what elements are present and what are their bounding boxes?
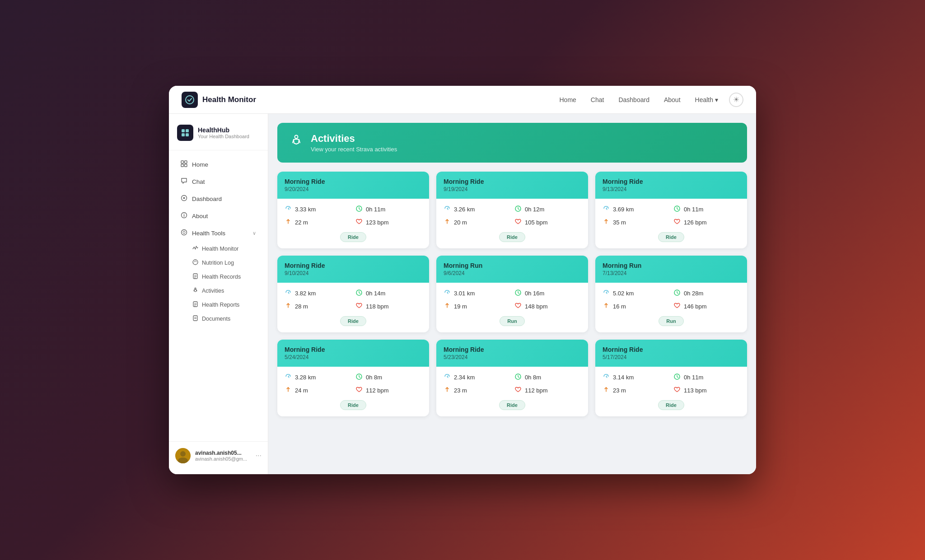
sidebar-user-email: avinash.anish05@gm... xyxy=(195,456,251,462)
svg-point-10 xyxy=(183,197,185,199)
activity-time: 0h 11m xyxy=(673,205,740,214)
activity-date: 7/13/2024 xyxy=(603,270,740,276)
sidebar-brand: HealthHub Your Health Dashboard xyxy=(169,121,268,150)
activity-title: Morning Ride xyxy=(444,178,581,185)
activity-elevation: 16 m xyxy=(603,302,669,311)
heart-icon xyxy=(673,302,681,311)
activities-banner-icon xyxy=(290,134,304,151)
activity-bpm: 118 bpm xyxy=(355,302,422,311)
activity-date: 9/6/2024 xyxy=(444,270,581,276)
activity-distance: 3.69 km xyxy=(603,205,669,214)
sidebar-item-chat[interactable]: Chat xyxy=(173,173,264,190)
elevation-icon xyxy=(603,386,610,395)
activity-type-badge: Ride xyxy=(340,232,366,242)
theme-toggle-button[interactable]: ☀ xyxy=(729,93,743,107)
activity-card[interactable]: Morning Run 9/6/2024 3.01 km xyxy=(436,256,588,332)
activities-title: Activities xyxy=(311,133,397,145)
activity-type-badge: Ride xyxy=(658,400,684,410)
sidebar-item-health-reports[interactable]: Health Reports xyxy=(182,298,264,312)
activity-card[interactable]: Morning Ride 9/19/2024 3.26 km xyxy=(436,172,588,248)
activity-title: Morning Ride xyxy=(285,262,422,269)
activity-time: 0h 11m xyxy=(355,205,422,214)
time-icon xyxy=(355,205,363,214)
app-window: Health Monitor Home Chat Dashboard About… xyxy=(169,86,756,474)
about-icon xyxy=(181,212,187,220)
health-reports-icon xyxy=(192,301,198,308)
activity-elevation: 23 m xyxy=(444,386,510,395)
activity-card[interactable]: Morning Ride 5/24/2024 3.28 km xyxy=(277,340,429,416)
elevation-icon xyxy=(285,386,292,395)
activity-title: Morning Ride xyxy=(603,178,740,185)
sidebar-item-documents[interactable]: Documents xyxy=(182,312,264,326)
sidebar-more-button[interactable]: ··· xyxy=(256,452,262,460)
svg-rect-5 xyxy=(181,161,184,163)
heart-icon xyxy=(355,386,363,395)
activity-title: Morning Ride xyxy=(285,346,422,353)
nav-about[interactable]: About xyxy=(664,96,681,103)
activity-card[interactable]: Morning Ride 5/17/2024 3.14 km xyxy=(595,340,747,416)
distance-icon xyxy=(603,289,610,298)
activity-date: 9/19/2024 xyxy=(444,186,581,192)
sidebar-brand-icon xyxy=(177,125,193,141)
time-icon xyxy=(514,373,522,382)
activity-date: 9/13/2024 xyxy=(603,186,740,192)
sidebar-item-nutrition-log[interactable]: Nutrition Log xyxy=(182,256,264,270)
nav-dashboard[interactable]: Dashboard xyxy=(618,96,649,103)
heart-icon xyxy=(514,218,522,227)
activity-type-badge: Run xyxy=(500,316,524,326)
distance-icon xyxy=(285,205,292,214)
activity-elevation: 35 m xyxy=(603,218,669,227)
svg-rect-8 xyxy=(185,164,187,167)
time-icon xyxy=(514,205,522,214)
activity-card[interactable]: Morning Ride 9/13/2024 3.69 km xyxy=(595,172,747,248)
sidebar: HealthHub Your Health Dashboard Home Cha… xyxy=(169,114,268,474)
heart-icon xyxy=(514,386,522,395)
activity-type-badge: Ride xyxy=(658,232,684,242)
activity-date: 5/23/2024 xyxy=(444,354,581,360)
activity-title: Morning Run xyxy=(603,262,740,269)
activity-bpm: 126 bpm xyxy=(673,218,740,227)
activity-type-badge: Run xyxy=(659,316,683,326)
sidebar-item-dashboard[interactable]: Dashboard xyxy=(173,191,264,207)
svg-point-0 xyxy=(186,96,194,104)
activity-distance: 3.28 km xyxy=(285,373,351,382)
health-records-icon xyxy=(192,273,198,280)
sidebar-item-health-tools[interactable]: Health Tools ∨ xyxy=(173,225,264,241)
activity-time: 0h 16m xyxy=(514,289,581,298)
nav-health[interactable]: Health ▾ xyxy=(695,96,718,103)
activity-distance: 2.34 km xyxy=(444,373,510,382)
time-icon xyxy=(673,205,681,214)
svg-rect-4 xyxy=(186,133,189,136)
svg-rect-2 xyxy=(186,129,189,132)
activity-bpm: 146 bpm xyxy=(673,302,740,311)
activity-bpm: 123 bpm xyxy=(355,218,422,227)
activity-card[interactable]: Morning Run 7/13/2024 5.02 km xyxy=(595,256,747,332)
svg-rect-24 xyxy=(193,316,197,321)
elevation-icon xyxy=(444,302,451,311)
sidebar-item-health-records[interactable]: Health Records xyxy=(182,270,264,284)
activity-time: 0h 8m xyxy=(355,373,422,382)
distance-icon xyxy=(444,205,451,214)
elevation-icon xyxy=(444,218,451,227)
nav-chat[interactable]: Chat xyxy=(591,96,604,103)
sidebar-item-activities[interactable]: Activities xyxy=(182,284,264,298)
svg-point-12 xyxy=(184,214,184,214)
sidebar-item-health-monitor[interactable]: Health Monitor xyxy=(182,242,264,256)
distance-icon xyxy=(603,205,610,214)
svg-rect-3 xyxy=(182,133,185,136)
activities-icon xyxy=(192,287,198,294)
svg-point-28 xyxy=(180,451,186,457)
activity-card[interactable]: Morning Ride 9/10/2024 3.82 km xyxy=(277,256,429,332)
activity-card[interactable]: Morning Ride 9/20/2024 3.33 km xyxy=(277,172,429,248)
nav-logo: Health Monitor xyxy=(182,92,256,108)
health-tools-icon xyxy=(181,229,187,237)
sidebar-username: avinash.anish05... xyxy=(195,450,251,456)
sidebar-item-about[interactable]: About xyxy=(173,208,264,224)
home-icon xyxy=(181,160,187,168)
activity-time: 0h 8m xyxy=(514,373,581,382)
nav-home[interactable]: Home xyxy=(560,96,576,103)
dashboard-icon xyxy=(181,195,187,203)
activity-bpm: 148 bpm xyxy=(514,302,581,311)
activity-card[interactable]: Morning Ride 5/23/2024 2.34 km xyxy=(436,340,588,416)
sidebar-item-home[interactable]: Home xyxy=(173,156,264,173)
